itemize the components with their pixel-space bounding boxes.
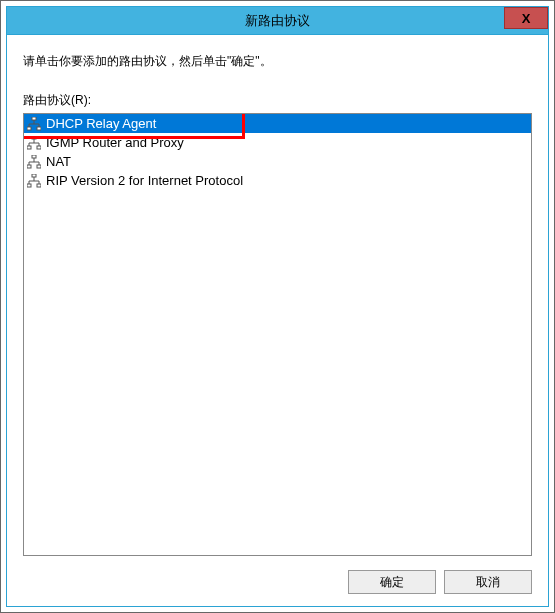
list-item-label: DHCP Relay Agent <box>46 116 156 131</box>
list-item[interactable]: NAT <box>24 152 531 171</box>
instruction-text: 请单击你要添加的路由协议，然后单击"确定"。 <box>23 53 532 70</box>
svg-rect-27 <box>37 184 41 187</box>
list-item[interactable]: DHCP Relay Agent <box>24 114 531 133</box>
svg-rect-19 <box>27 165 31 168</box>
svg-rect-26 <box>27 184 31 187</box>
svg-rect-20 <box>37 165 41 168</box>
svg-rect-12 <box>27 146 31 149</box>
protocol-icon <box>26 173 42 189</box>
svg-rect-21 <box>32 174 36 177</box>
window-title: 新路由协议 <box>245 12 310 30</box>
list-item-label: IGMP Router and Proxy <box>46 135 184 150</box>
svg-rect-14 <box>32 155 36 158</box>
svg-rect-7 <box>32 136 36 139</box>
svg-rect-0 <box>32 117 36 120</box>
protocol-icon <box>26 135 42 151</box>
protocol-icon <box>26 154 42 170</box>
close-icon: X <box>522 11 531 26</box>
ok-button[interactable]: 确定 <box>348 570 436 594</box>
titlebar: 新路由协议 X <box>7 7 548 35</box>
svg-rect-13 <box>37 146 41 149</box>
close-button[interactable]: X <box>504 7 548 29</box>
list-item-label: RIP Version 2 for Internet Protocol <box>46 173 243 188</box>
cancel-button-label: 取消 <box>476 574 500 591</box>
svg-rect-5 <box>27 127 31 130</box>
svg-rect-6 <box>37 127 41 130</box>
dialog-content: 请单击你要添加的路由协议，然后单击"确定"。 路由协议(R): DHCP Rel… <box>7 35 548 606</box>
dialog-window: 新路由协议 X 请单击你要添加的路由协议，然后单击"确定"。 路由协议(R): … <box>6 6 549 607</box>
ok-button-label: 确定 <box>380 574 404 591</box>
button-row: 确定 取消 <box>23 556 532 594</box>
protocol-listbox[interactable]: DHCP Relay Agent IGMP Router and Proxy N… <box>23 113 532 556</box>
list-item[interactable]: IGMP Router and Proxy <box>24 133 531 152</box>
protocol-icon <box>26 116 42 132</box>
list-item[interactable]: RIP Version 2 for Internet Protocol <box>24 171 531 190</box>
listbox-label: 路由协议(R): <box>23 92 532 109</box>
cancel-button[interactable]: 取消 <box>444 570 532 594</box>
list-item-label: NAT <box>46 154 71 169</box>
